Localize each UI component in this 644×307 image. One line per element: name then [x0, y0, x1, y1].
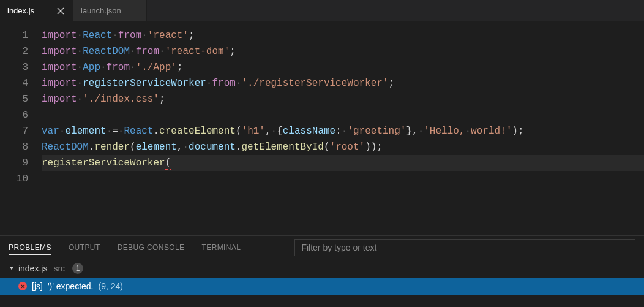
- panel-tab-debug-console[interactable]: DEBUG CONSOLE: [118, 241, 185, 255]
- code-line[interactable]: [42, 107, 644, 123]
- line-number: 4: [0, 75, 28, 91]
- code-line[interactable]: ReactDOM.render(element,·document.getEle…: [42, 139, 644, 155]
- panel-tab-output[interactable]: OUTPUT: [69, 241, 100, 255]
- code-token: ·: [107, 126, 113, 137]
- code-line[interactable]: import·'./index.css';: [42, 91, 644, 107]
- code-line[interactable]: registerServiceWorker(: [42, 155, 644, 171]
- line-number: 6: [0, 107, 28, 123]
- line-number: 10: [0, 171, 28, 187]
- problem-message: ')' expected.: [48, 281, 94, 291]
- code-token: import: [42, 46, 77, 57]
- code-token: .: [89, 142, 95, 153]
- code-token: className: [283, 126, 335, 137]
- code-line[interactable]: import·App·from·'./App';: [42, 59, 644, 75]
- code-token: var: [42, 126, 59, 137]
- code-token: ·: [100, 62, 107, 73]
- code-token: import: [42, 78, 77, 89]
- code-token: registerServiceWorker: [83, 78, 206, 89]
- code-token: ·: [141, 30, 148, 41]
- tab-index-js[interactable]: index.js: [0, 0, 73, 21]
- code-token: ·: [77, 62, 83, 73]
- line-number: 5: [0, 91, 28, 107]
- code-token: ;: [189, 30, 195, 41]
- code-editor[interactable]: 12345678910 import·React·from·'react';im…: [0, 21, 644, 235]
- code-token: );: [512, 126, 523, 137]
- code-token: createElement: [159, 126, 236, 137]
- line-number: 1: [0, 28, 28, 44]
- code-token: ·: [118, 126, 124, 137]
- problem-file-name: index.js: [18, 263, 47, 273]
- code-token: React: [124, 126, 153, 137]
- code-token: ReactDOM: [42, 142, 89, 153]
- code-token: (: [165, 157, 171, 170]
- line-number: 2: [0, 44, 28, 59]
- code-token: './App': [136, 62, 177, 73]
- code-line[interactable]: [42, 171, 644, 187]
- code-token: './registerServiceWorker': [241, 78, 388, 89]
- code-line[interactable]: import·registerServiceWorker·from·'./reg…: [42, 75, 644, 91]
- code-token: 'root': [330, 142, 365, 153]
- problem-source: [js]: [32, 281, 43, 291]
- line-number: 3: [0, 59, 28, 75]
- code-token: ·: [342, 126, 348, 137]
- code-token: import: [42, 94, 77, 105]
- code-line[interactable]: import·ReactDOM·from·'react-dom';: [42, 44, 644, 59]
- code-token: React: [83, 30, 112, 41]
- code-token: registerServiceWorker: [42, 157, 165, 169]
- code-token: ·: [465, 126, 471, 137]
- problem-file-path: src: [53, 263, 65, 273]
- code-token: ·: [59, 126, 66, 137]
- code-token: (: [130, 142, 136, 153]
- code-token: {: [277, 126, 283, 137]
- problem-count-badge: 1: [72, 263, 83, 274]
- code-token: render: [94, 142, 130, 153]
- code-token: 'h1': [242, 126, 265, 137]
- code-token: ;: [230, 46, 236, 57]
- code-token: 'react': [148, 30, 189, 41]
- code-token: ReactDOM: [83, 46, 130, 57]
- code-content[interactable]: import·React·from·'react';import·ReactDO…: [42, 28, 644, 235]
- tab-label: launch.json: [81, 6, 139, 15]
- error-icon: ✕: [18, 282, 27, 290]
- panel-tab-problems[interactable]: PROBLEMS: [9, 241, 51, 255]
- panel-spacer: [0, 295, 644, 307]
- panel-tab-terminal[interactable]: TERMINAL: [202, 241, 241, 255]
- problems-filter-input[interactable]: [294, 239, 635, 256]
- code-token: }: [406, 126, 412, 137]
- code-line[interactable]: var·element·=·React.createElement('h1',·…: [42, 123, 644, 139]
- code-token: ;: [389, 78, 395, 89]
- code-token: ·: [77, 30, 83, 41]
- code-token: ;: [159, 94, 165, 105]
- code-token: document: [189, 142, 236, 153]
- code-token: world!': [471, 126, 512, 137]
- code-token: 'greeting': [347, 126, 406, 137]
- code-token: ,: [265, 126, 271, 137]
- code-token: .: [236, 142, 242, 153]
- editor-tab-bar: index.js launch.json: [0, 0, 644, 21]
- code-token: ·: [159, 46, 165, 57]
- panel-tab-bar: PROBLEMS OUTPUT DEBUG CONSOLE TERMINAL: [0, 236, 644, 259]
- code-token: ·: [130, 62, 136, 73]
- problem-item[interactable]: ✕ [js] ')' expected. (9, 24): [0, 278, 644, 295]
- code-token: :: [335, 126, 342, 137]
- code-token: element: [136, 142, 177, 153]
- code-token: from: [136, 46, 159, 57]
- code-token: './index.css': [83, 94, 159, 105]
- line-number: 7: [0, 123, 28, 139]
- code-token: (: [236, 126, 242, 137]
- code-token: ;: [177, 62, 183, 73]
- bottom-panel: PROBLEMS OUTPUT DEBUG CONSOLE TERMINAL ▲…: [0, 235, 644, 307]
- chevron-down-icon: ▲: [9, 265, 15, 272]
- code-token: ,: [412, 126, 418, 137]
- code-line[interactable]: import·React·from·'react';: [42, 28, 644, 44]
- code-token: ·: [236, 78, 242, 89]
- problem-file-header[interactable]: ▲ index.js src 1: [0, 259, 644, 278]
- code-token: ·: [77, 94, 83, 105]
- code-token: import: [42, 30, 77, 41]
- code-token: from: [118, 30, 141, 41]
- close-icon[interactable]: [56, 6, 66, 16]
- line-number-gutter: 12345678910: [0, 28, 42, 235]
- tab-launch-json[interactable]: launch.json: [73, 0, 147, 21]
- code-token: ·: [182, 142, 189, 153]
- code-token: =: [112, 126, 118, 137]
